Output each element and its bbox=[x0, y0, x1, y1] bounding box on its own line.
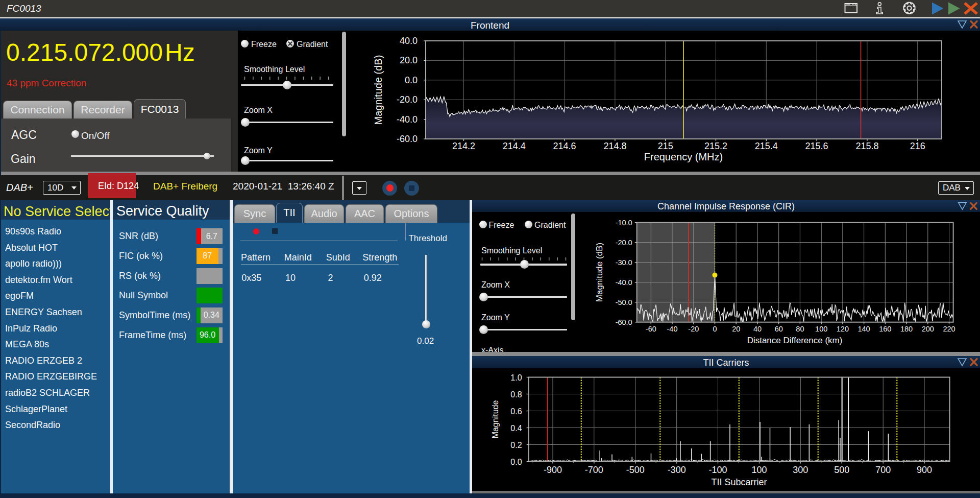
svg-text:216: 216 bbox=[910, 141, 925, 151]
svg-text:Frequency (MHz): Frequency (MHz) bbox=[644, 151, 723, 162]
svg-text:-10.0: -10.0 bbox=[616, 219, 632, 227]
svg-text:0.0: 0.0 bbox=[405, 75, 418, 85]
svg-text:215.6: 215.6 bbox=[805, 141, 828, 151]
svg-text:-50.0: -50.0 bbox=[616, 298, 632, 306]
svg-text:TII Subcarrier: TII Subcarrier bbox=[711, 477, 767, 487]
svg-text:Magnitude (dB): Magnitude (dB) bbox=[595, 243, 604, 302]
svg-text:300: 300 bbox=[793, 465, 808, 475]
svg-text:-500: -500 bbox=[626, 465, 645, 475]
svg-text:20.0: 20.0 bbox=[400, 55, 418, 65]
svg-text:20: 20 bbox=[732, 325, 740, 333]
svg-text:-900: -900 bbox=[544, 465, 562, 475]
svg-text:900: 900 bbox=[917, 465, 932, 475]
svg-text:-20.0: -20.0 bbox=[397, 94, 418, 105]
svg-text:215: 215 bbox=[658, 141, 673, 151]
svg-text:-60: -60 bbox=[646, 325, 656, 333]
svg-text:40: 40 bbox=[753, 325, 762, 333]
svg-text:-20.0: -20.0 bbox=[616, 239, 632, 247]
svg-text:214.4: 214.4 bbox=[503, 141, 526, 151]
svg-text:100: 100 bbox=[815, 325, 827, 333]
svg-text:0.2: 0.2 bbox=[510, 441, 522, 449]
svg-text:-700: -700 bbox=[585, 465, 603, 475]
svg-text:80: 80 bbox=[796, 325, 804, 333]
svg-text:0: 0 bbox=[713, 325, 717, 333]
svg-text:215.4: 215.4 bbox=[755, 141, 778, 151]
svg-text:-60.0: -60.0 bbox=[616, 318, 632, 326]
svg-text:-30.0: -30.0 bbox=[616, 258, 632, 267]
svg-text:Magnitude (dB): Magnitude (dB) bbox=[373, 55, 384, 125]
svg-text:-300: -300 bbox=[668, 465, 686, 475]
svg-text:-100: -100 bbox=[708, 465, 727, 475]
svg-text:214.8: 214.8 bbox=[603, 141, 626, 151]
svg-text:-20: -20 bbox=[688, 325, 699, 333]
svg-text:Magnitude: Magnitude bbox=[491, 400, 500, 439]
svg-text:200: 200 bbox=[922, 325, 934, 333]
svg-text:120: 120 bbox=[837, 325, 849, 333]
svg-text:-40: -40 bbox=[667, 325, 678, 333]
svg-text:40.0: 40.0 bbox=[400, 36, 418, 46]
svg-text:214.2: 214.2 bbox=[452, 141, 475, 151]
svg-text:180: 180 bbox=[900, 325, 913, 333]
svg-text:100: 100 bbox=[751, 465, 767, 475]
svg-text:1.0: 1.0 bbox=[510, 373, 522, 382]
svg-text:140: 140 bbox=[857, 325, 870, 333]
svg-text:Distance Difference (km): Distance Difference (km) bbox=[747, 336, 843, 345]
svg-text:0.0: 0.0 bbox=[510, 458, 522, 466]
svg-text:-60.0: -60.0 bbox=[397, 134, 418, 144]
svg-text:214.6: 214.6 bbox=[553, 141, 576, 151]
svg-text:60: 60 bbox=[775, 325, 783, 333]
svg-text:220: 220 bbox=[943, 325, 955, 333]
svg-text:160: 160 bbox=[879, 325, 891, 333]
svg-text:0.8: 0.8 bbox=[510, 390, 522, 399]
svg-text:0.6: 0.6 bbox=[510, 407, 522, 416]
svg-text:215.2: 215.2 bbox=[704, 141, 727, 151]
svg-text:-40.0: -40.0 bbox=[616, 278, 632, 287]
svg-text:-40.0: -40.0 bbox=[397, 114, 418, 125]
svg-text:700: 700 bbox=[875, 465, 891, 475]
svg-text:0.4: 0.4 bbox=[510, 424, 522, 433]
svg-text:215.8: 215.8 bbox=[855, 141, 878, 151]
svg-text:500: 500 bbox=[834, 465, 849, 475]
